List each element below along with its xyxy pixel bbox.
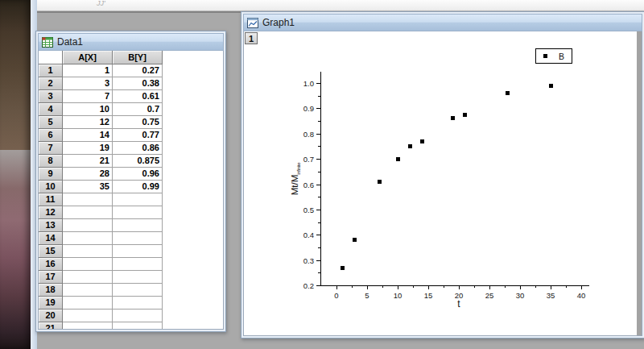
y-major-tick: [316, 210, 320, 210]
row-header[interactable]: 12: [39, 206, 63, 219]
table-row: 370.61: [39, 90, 163, 103]
cell-a[interactable]: [63, 245, 113, 258]
cell-b[interactable]: [113, 310, 163, 322]
row-header[interactable]: 21: [39, 322, 63, 330]
cell-a[interactable]: [63, 322, 113, 330]
plot-legend[interactable]: B: [535, 48, 572, 64]
data-point: [408, 144, 412, 148]
row-header[interactable]: 15: [39, 245, 63, 258]
data-point: [549, 84, 553, 88]
cell-b[interactable]: [113, 258, 163, 271]
row-header[interactable]: 6: [39, 129, 63, 142]
cell-a[interactable]: [63, 284, 113, 297]
cell-a[interactable]: 21: [63, 155, 113, 168]
table-row: 19: [39, 297, 163, 310]
cell-b[interactable]: 0.86: [113, 142, 163, 155]
cell-a[interactable]: [63, 232, 113, 245]
cell-b[interactable]: 0.96: [113, 168, 163, 181]
row-header[interactable]: 1: [39, 64, 63, 77]
cell-a[interactable]: 3: [63, 77, 113, 90]
cell-a[interactable]: [63, 271, 113, 284]
cell-b[interactable]: 0.75: [113, 116, 163, 129]
cell-a[interactable]: [63, 206, 113, 219]
row-header[interactable]: 13: [39, 219, 63, 232]
row-header[interactable]: 2: [39, 77, 63, 90]
cell-a[interactable]: [63, 219, 113, 232]
row-header[interactable]: 9: [39, 168, 63, 181]
cell-b[interactable]: 0.77: [113, 129, 163, 142]
row-header[interactable]: 19: [39, 297, 63, 310]
table-row: 14: [39, 232, 163, 245]
graph1-titlebar[interactable]: Graph1: [243, 14, 642, 31]
table-row: 18: [39, 284, 163, 297]
column-header-a[interactable]: A[X]: [63, 51, 113, 64]
table-row: 10350.99: [39, 181, 163, 193]
row-header[interactable]: 8: [39, 155, 63, 168]
cell-a[interactable]: 19: [63, 142, 113, 155]
y-minor-tick: [318, 96, 320, 97]
cell-a[interactable]: 14: [63, 129, 113, 142]
cell-b[interactable]: [113, 245, 163, 258]
cell-b[interactable]: [113, 193, 163, 206]
row-header[interactable]: 17: [39, 271, 63, 284]
cell-b[interactable]: [113, 206, 163, 219]
row-header[interactable]: 20: [39, 310, 63, 322]
row-header[interactable]: 5: [39, 116, 63, 129]
data-point: [378, 180, 382, 184]
data-point: [341, 266, 345, 270]
row-header[interactable]: 11: [39, 193, 63, 206]
cell-a[interactable]: 1: [63, 64, 113, 77]
cell-a[interactable]: 28: [63, 168, 113, 181]
cell-b[interactable]: 0.875: [113, 155, 163, 168]
x-tick-label: 30: [516, 291, 525, 300]
y-tick-label: 0.4: [290, 231, 314, 239]
worksheet-icon: [42, 37, 53, 48]
row-header[interactable]: 3: [39, 90, 63, 103]
y-minor-tick: [318, 121, 320, 122]
cell-b[interactable]: [113, 219, 163, 232]
worksheet-corner-cell[interactable]: [39, 51, 63, 64]
cell-b[interactable]: [113, 322, 163, 330]
data1-window: Data1 A[X] B[Y] 110.27230.38370.614100.7…: [35, 31, 226, 332]
cell-b[interactable]: 0.7: [113, 103, 163, 116]
graph-icon: [247, 18, 258, 28]
column-header-b[interactable]: B[Y]: [113, 51, 163, 64]
x-minor-tick: [382, 285, 383, 288]
cell-a[interactable]: [63, 297, 113, 310]
cell-b[interactable]: 0.61: [113, 90, 163, 103]
row-header[interactable]: 4: [39, 103, 63, 116]
data1-window-title: Data1: [57, 36, 83, 48]
cell-a[interactable]: [63, 310, 113, 322]
x-minor-tick: [505, 285, 506, 288]
cell-a[interactable]: 12: [63, 116, 113, 129]
cell-a[interactable]: [63, 258, 113, 271]
origin-app-screenshot: JJ' Data1: [0, 0, 644, 349]
cell-b[interactable]: 0.27: [113, 64, 163, 77]
row-header[interactable]: 16: [39, 258, 63, 271]
table-row: 5120.75: [39, 116, 163, 129]
cell-b[interactable]: [113, 284, 163, 297]
cell-b[interactable]: 0.99: [113, 181, 163, 193]
cell-a[interactable]: 7: [63, 90, 113, 103]
x-tick-label: 10: [394, 291, 402, 300]
row-header[interactable]: 18: [39, 284, 63, 297]
cell-b[interactable]: [113, 271, 163, 284]
worksheet-body: 110.27230.38370.614100.75120.756140.7771…: [39, 64, 163, 330]
table-row: 16: [39, 258, 163, 271]
cell-b[interactable]: [113, 232, 163, 245]
cell-b[interactable]: 0.38: [113, 77, 163, 90]
x-minor-tick: [352, 285, 353, 288]
cell-a[interactable]: 35: [63, 181, 113, 193]
row-header[interactable]: 14: [39, 232, 63, 245]
worksheet-header-row: A[X] B[Y]: [39, 51, 163, 64]
data1-titlebar[interactable]: Data1: [38, 33, 224, 51]
cell-a[interactable]: 10: [63, 103, 113, 116]
row-header[interactable]: 7: [39, 142, 63, 155]
y-major-tick: [316, 260, 320, 261]
cell-a[interactable]: [63, 193, 113, 206]
y-minor-tick: [318, 197, 320, 197]
y-tick-label: 0.5: [290, 206, 314, 214]
cell-b[interactable]: [113, 297, 163, 310]
row-header[interactable]: 10: [39, 181, 63, 193]
x-major-tick: [581, 285, 582, 289]
